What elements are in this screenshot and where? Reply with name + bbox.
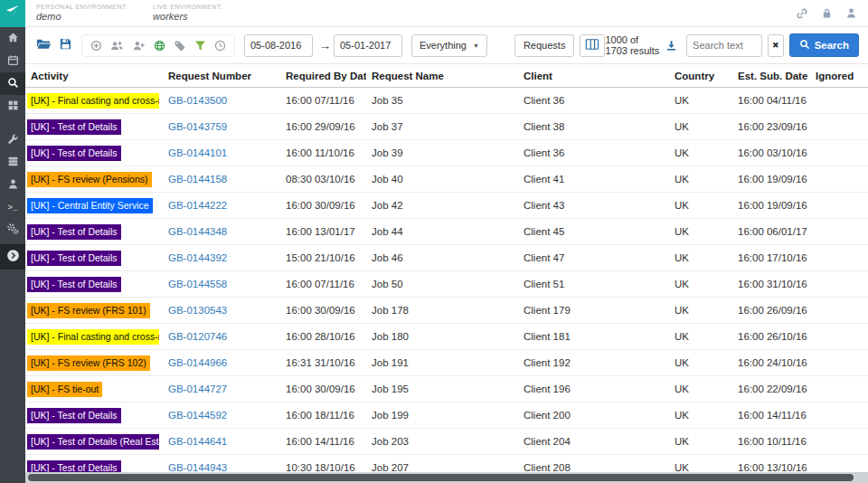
clear-search-button[interactable]: ✖ bbox=[768, 34, 784, 57]
required-by-cell: 08:30 03/10/16 bbox=[280, 174, 366, 185]
est-sub-cell: 16:00 26/09/16 bbox=[732, 305, 810, 316]
arrow-circle-right-icon bbox=[6, 249, 20, 266]
column-header-country[interactable]: Country bbox=[669, 71, 732, 81]
user-plus-icon[interactable] bbox=[132, 40, 146, 52]
globe-icon[interactable] bbox=[154, 40, 165, 52]
request-number-link[interactable]: GB-0120746 bbox=[168, 331, 227, 342]
sidebar-item-users[interactable] bbox=[0, 174, 25, 196]
request-number-link[interactable]: GB-0144966 bbox=[168, 357, 227, 368]
table-row[interactable]: [UK] - Test of Details GB-0144392 15:00 … bbox=[25, 245, 868, 271]
save-button[interactable] bbox=[55, 35, 76, 55]
horizontal-scrollbar-track[interactable] bbox=[25, 472, 868, 483]
request-number-link[interactable]: GB-0144727 bbox=[168, 384, 227, 394]
sidebar-item-calendar[interactable] bbox=[0, 50, 25, 72]
column-header-client[interactable]: Client bbox=[518, 71, 669, 81]
tags-icon[interactable] bbox=[174, 40, 186, 52]
table-row[interactable]: [UK] - FS review (FRS 102) GB-0144966 16… bbox=[25, 350, 868, 376]
link-icon[interactable] bbox=[796, 7, 808, 20]
request-name-cell: Job 195 bbox=[366, 384, 518, 394]
sidebar-item-tools[interactable] bbox=[0, 128, 25, 151]
table-row[interactable]: [UK] - FS tie-out GB-0144727 16:00 30/09… bbox=[25, 376, 868, 402]
date-from-input[interactable] bbox=[244, 34, 313, 57]
add-circle-icon[interactable] bbox=[90, 40, 102, 52]
column-header-activity[interactable]: Activity bbox=[25, 71, 163, 81]
column-header-ignored[interactable]: Ignored bbox=[810, 71, 868, 81]
request-number-link[interactable]: GB-0144641 bbox=[168, 436, 227, 447]
request-number-link[interactable]: GB-0144558 bbox=[168, 279, 227, 289]
request-number-link[interactable]: GB-0130543 bbox=[168, 305, 227, 316]
country-cell: UK bbox=[669, 95, 732, 106]
requests-button[interactable]: Requests bbox=[514, 34, 574, 57]
required-by-cell: 15:00 21/10/16 bbox=[280, 252, 366, 263]
sidebar-item-terminal[interactable]: >_ bbox=[0, 196, 25, 219]
column-header-required-by-date[interactable]: Required By Date bbox=[280, 71, 366, 81]
request-number-link[interactable]: GB-0144592 bbox=[168, 410, 227, 421]
client-cell: Client 47 bbox=[518, 252, 669, 263]
sidebar-expand-toggle[interactable] bbox=[0, 244, 25, 270]
sidebar-item-grid[interactable] bbox=[0, 95, 25, 118]
request-name-cell: Job 37 bbox=[366, 121, 518, 132]
sidebar-item-search[interactable] bbox=[0, 72, 25, 95]
country-cell: UK bbox=[669, 357, 732, 368]
activity-chip: [UK] - Test of Details bbox=[27, 146, 121, 161]
users-icon[interactable] bbox=[110, 40, 124, 52]
table-row[interactable]: [UK] - Final casting and cross-re GB-012… bbox=[25, 324, 868, 350]
country-cell: UK bbox=[669, 147, 732, 158]
required-by-cell: 16:00 14/11/16 bbox=[280, 436, 366, 447]
horizontal-scrollbar-thumb[interactable] bbox=[28, 474, 854, 481]
column-header-request-number[interactable]: Request Number bbox=[163, 71, 280, 81]
table-row[interactable]: [UK] - FS review (Pensions) GB-0144158 0… bbox=[25, 166, 868, 193]
request-name-cell: Job 203 bbox=[366, 436, 518, 447]
columns-button[interactable] bbox=[580, 34, 605, 57]
table-row[interactable]: [UK] - Test of Details (Real Estat GB-01… bbox=[25, 429, 868, 455]
request-number-link[interactable]: GB-0144392 bbox=[168, 252, 227, 263]
sidebar-item-home[interactable] bbox=[0, 27, 25, 50]
country-cell: UK bbox=[669, 331, 732, 342]
search-input[interactable] bbox=[686, 34, 762, 57]
open-folder-button[interactable] bbox=[33, 35, 55, 55]
est-sub-cell: 16:00 26/10/16 bbox=[732, 331, 810, 342]
country-cell: UK bbox=[669, 121, 732, 132]
request-name-cell: Job 40 bbox=[366, 174, 518, 185]
clock-icon[interactable] bbox=[214, 40, 226, 52]
request-number-link[interactable]: GB-0143500 bbox=[168, 95, 227, 106]
client-cell: Client 200 bbox=[518, 410, 669, 421]
client-cell: Client 38 bbox=[518, 121, 669, 132]
user-icon[interactable] bbox=[845, 7, 857, 19]
app-logo[interactable] bbox=[0, 0, 25, 27]
table-row[interactable]: [UK] - Test of Details GB-0144101 16:00 … bbox=[25, 140, 868, 166]
client-cell: Client 41 bbox=[518, 174, 669, 185]
sidebar: >_ bbox=[0, 27, 25, 483]
date-to-input[interactable] bbox=[334, 34, 402, 57]
scope-select-value: Everything bbox=[420, 40, 467, 51]
request-number-link[interactable]: GB-0144348 bbox=[168, 226, 227, 237]
column-header-est-sub-date[interactable]: Est. Sub. Date bbox=[732, 71, 810, 81]
download-icon[interactable] bbox=[665, 40, 677, 52]
results-text: 1000 of 1703 results bbox=[605, 34, 661, 56]
request-number-link[interactable]: GB-0144222 bbox=[168, 200, 227, 211]
table-row[interactable]: [UK] - Final casting and cross-re GB-014… bbox=[25, 88, 868, 114]
est-sub-cell: 16:00 06/01/17 bbox=[732, 226, 810, 237]
client-cell: Client 36 bbox=[518, 147, 669, 158]
request-number-link[interactable]: GB-0144158 bbox=[168, 174, 227, 185]
request-name-cell: Job 50 bbox=[366, 279, 518, 289]
table-row[interactable]: [UK] - Test of Details GB-0144348 16:00 … bbox=[25, 219, 868, 245]
required-by-cell: 16:00 30/09/16 bbox=[280, 200, 366, 211]
search-button[interactable]: Search bbox=[789, 33, 859, 57]
request-number-link[interactable]: GB-0143759 bbox=[168, 121, 227, 132]
table-row[interactable]: [UK] - Central Entity Service GB-0144222… bbox=[25, 193, 868, 219]
personal-environment: PERSONAL ENVIRONMENT: demo bbox=[36, 4, 127, 24]
lock-icon[interactable] bbox=[821, 7, 833, 19]
client-cell: Client 181 bbox=[518, 331, 669, 342]
scope-select[interactable]: Everything ▼ bbox=[411, 34, 487, 57]
request-number-link[interactable]: GB-0144101 bbox=[168, 147, 227, 158]
table-row[interactable]: [UK] - Test of Details GB-0144592 16:00 … bbox=[25, 402, 868, 429]
activity-chip: [UK] - FS review (FRS 102) bbox=[27, 355, 150, 371]
filter-icon[interactable] bbox=[194, 40, 206, 52]
sidebar-item-data[interactable] bbox=[0, 151, 25, 174]
table-row[interactable]: [UK] - Test of Details GB-0144558 16:00 … bbox=[25, 271, 868, 298]
table-row[interactable]: [UK] - FS review (FRS 101) GB-0130543 16… bbox=[25, 298, 868, 324]
column-header-request-name[interactable]: Request Name bbox=[366, 71, 518, 81]
sidebar-item-settings[interactable] bbox=[0, 219, 25, 242]
table-row[interactable]: [UK] - Test of Details GB-0143759 16:00 … bbox=[25, 114, 868, 140]
